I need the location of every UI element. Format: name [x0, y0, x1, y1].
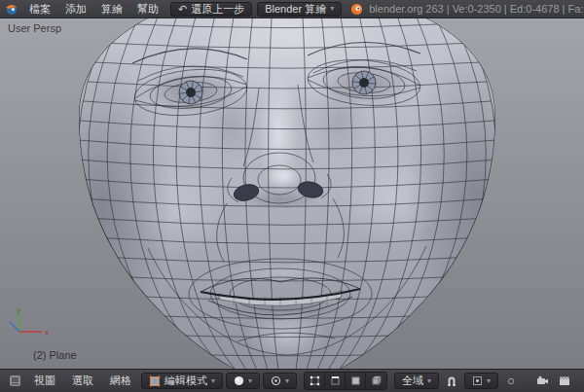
chevron-down-icon: ▾: [211, 377, 215, 385]
chevron-down-icon: ▾: [487, 377, 491, 385]
viewport-3d[interactable]: User Persp x y (2) Plane: [0, 18, 584, 369]
shading-sphere-icon: [234, 375, 244, 386]
viewport-editor-icon: [9, 374, 21, 387]
undo-button[interactable]: ↶ 還原上一步: [170, 2, 252, 17]
opengl-render-anim-button[interactable]: [555, 373, 574, 389]
chevron-down-icon: ▾: [330, 5, 334, 13]
vertex-select-icon: [310, 375, 320, 386]
pivot-point-icon: [271, 375, 281, 386]
chevron-down-icon: ▾: [427, 377, 431, 385]
menu-viewport-view[interactable]: 視圖: [27, 372, 62, 390]
mode-select[interactable]: 編輯模式 ▾: [141, 373, 223, 389]
undo-icon: ↶: [178, 4, 187, 15]
blender-app-icon: [5, 2, 18, 16]
menu-mesh[interactable]: 網格: [103, 372, 138, 390]
proportional-edit-icon: ○: [507, 374, 515, 388]
mode-select-value: 編輯模式: [164, 374, 207, 388]
opengl-render-button[interactable]: [532, 373, 552, 389]
menu-file[interactable]: 檔案: [22, 0, 57, 18]
edge-select-icon: [330, 375, 341, 386]
face-select-button[interactable]: [346, 373, 366, 389]
wireframe-head-mesh[interactable]: [0, 18, 584, 369]
axis-y-label: y: [17, 306, 20, 314]
snap-element-select[interactable]: ▾: [464, 373, 498, 389]
select-mode-group: [304, 372, 387, 390]
render-engine-select[interactable]: Blender 算繪 ▾: [257, 2, 342, 17]
magnet-icon: [446, 375, 457, 387]
occlude-cube-icon: [371, 375, 382, 386]
axis-gizmo: x y: [6, 306, 51, 345]
scene-statistics: blender.org 263 | Ve:0-2350 | Ed:0-4678 …: [369, 3, 584, 15]
shading-select[interactable]: ▾: [226, 373, 260, 389]
blender-logo-icon: [350, 3, 363, 16]
snap-increment-icon: [472, 375, 483, 386]
viewport-header: 視圖 選取 網格 編輯模式 ▾ ▾ ▾: [0, 369, 584, 392]
pivot-select[interactable]: ▾: [263, 373, 297, 389]
snap-toggle-button[interactable]: [442, 373, 461, 389]
occlude-geometry-button[interactable]: [366, 373, 386, 389]
chevron-down-icon: ▾: [248, 377, 252, 385]
clapperboard-icon: [559, 375, 570, 386]
proportional-edit-button[interactable]: ○: [501, 373, 521, 389]
edit-mode-cube-icon: [149, 375, 161, 387]
menu-render[interactable]: 算繪: [94, 0, 129, 18]
render-engine-value: Blender 算繪: [265, 2, 326, 17]
editor-type-button[interactable]: [5, 373, 24, 389]
info-header: 檔案 添加 算繪 幫助 ↶ 還原上一步 Blender 算繪 ▾ blender…: [0, 0, 584, 18]
vertex-select-button[interactable]: [305, 373, 325, 389]
menu-select[interactable]: 選取: [65, 372, 100, 390]
face-select-icon: [350, 375, 361, 386]
menu-add[interactable]: 添加: [58, 0, 93, 18]
orientation-select-value: 全域: [402, 374, 423, 388]
menu-help[interactable]: 幫助: [130, 0, 165, 18]
undo-button-label: 還原上一步: [191, 2, 244, 17]
chevron-down-icon: ▾: [285, 377, 289, 385]
orientation-select[interactable]: 全域 ▾: [394, 373, 439, 389]
edge-select-button[interactable]: [325, 373, 346, 389]
axis-x-label: x: [45, 328, 49, 337]
camera-icon: [536, 375, 549, 386]
